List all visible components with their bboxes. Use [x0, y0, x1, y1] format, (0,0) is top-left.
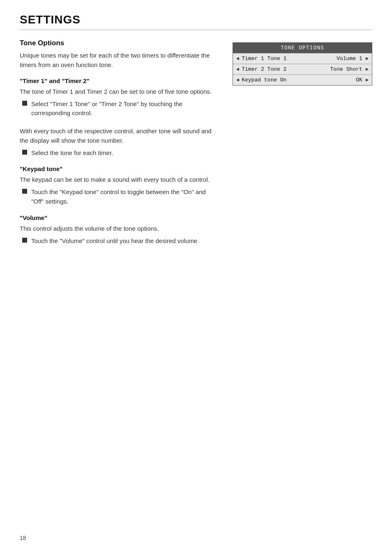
bullet-icon	[22, 150, 27, 155]
tone-panel-row-keypad[interactable]: ◄ Keypad tone On OK ►	[233, 74, 372, 85]
title-divider	[20, 30, 372, 30]
middle-body: With every touch of the respective contr…	[20, 126, 219, 146]
bullet-icon	[22, 101, 27, 106]
left-column: Tone Options Unique tones may be set for…	[20, 39, 219, 256]
tone-panel-row-timer1[interactable]: ◄ Timer 1 Tone 1 Volume 1 ►	[233, 53, 372, 64]
tone-options-panel: TONE OPTIONS ◄ Timer 1 Tone 1 Volume 1 ►…	[233, 42, 372, 86]
timer1-value: 1	[359, 56, 362, 62]
bullet-icon	[22, 189, 27, 194]
page-title: SETTINGS	[20, 13, 372, 26]
list-item: Touch the "Keypad tone" control to toggl…	[22, 188, 219, 206]
tone-panel-header: TONE OPTIONS	[233, 43, 372, 53]
subsection-volume-title: "Volume"	[20, 214, 219, 221]
right-column: TONE OPTIONS ◄ Timer 1 Tone 1 Volume 1 ►…	[233, 39, 372, 86]
bullet-text: Select "Timer 1 Tone" or "Timer 2 Tone" …	[31, 100, 219, 118]
section-intro: Unique tones may be set for each of the …	[20, 51, 219, 70]
list-item: Select the tone for each timer.	[22, 148, 219, 158]
subsection-middle: With every touch of the respective contr…	[20, 126, 219, 158]
timer1-label: Timer 1 Tone 1	[242, 56, 335, 62]
tone-panel-row-timer2[interactable]: ◄ Timer 2 Tone 2 Tone Short ►	[233, 64, 372, 74]
forward-arrow-icon: ►	[366, 56, 369, 62]
content-area: Tone Options Unique tones may be set for…	[20, 39, 372, 256]
list-item: Select "Timer 1 Tone" or "Timer 2 Tone" …	[22, 100, 219, 118]
list-item: Touch the "Volume" control until you hea…	[22, 236, 219, 246]
back-arrow-icon: ◄	[236, 67, 239, 72]
subsection-timer-body: The tone of Timer 1 and Timer 2 can be s…	[20, 87, 219, 96]
subsection-volume: "Volume" This control adjusts the volume…	[20, 214, 219, 246]
page-number: 18	[20, 535, 26, 541]
subsection-volume-body: This control adjusts the volume of the t…	[20, 224, 219, 233]
subsection-keypad-title: "Keypad tone"	[20, 165, 219, 172]
timer2-value: Short	[346, 66, 362, 72]
forward-arrow-icon: ►	[366, 67, 369, 72]
subsection-timer: "Timer 1" and "Timer 2" The tone of Time…	[20, 77, 219, 118]
timer1-setting-label: Volume	[337, 56, 356, 62]
section-title: Tone Options	[20, 39, 219, 47]
bullet-icon	[22, 238, 27, 243]
bullet-text: Touch the "Volume" control until you hea…	[31, 236, 199, 246]
bullet-text: Select the tone for each timer.	[31, 148, 113, 158]
forward-arrow-icon: ►	[366, 77, 369, 83]
subsection-timer-title: "Timer 1" and "Timer 2"	[20, 77, 219, 84]
timer2-label: Timer 2 Tone 2	[242, 66, 328, 72]
subsection-keypad: "Keypad tone" The keypad can be set to m…	[20, 165, 219, 206]
subsection-keypad-body: The keypad can be set to make a sound wi…	[20, 175, 219, 184]
back-arrow-icon: ◄	[236, 77, 239, 83]
back-arrow-icon: ◄	[236, 56, 239, 62]
keypad-label: Keypad tone On	[242, 77, 351, 83]
timer2-setting-label: Tone	[330, 66, 343, 72]
bullet-text: Touch the "Keypad tone" control to toggl…	[31, 188, 219, 206]
keypad-value: OK	[356, 77, 362, 83]
